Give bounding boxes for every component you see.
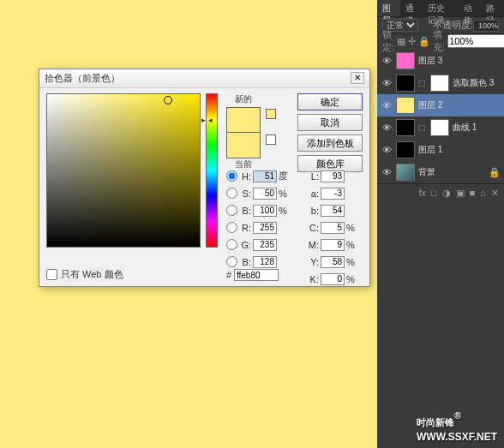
visibility-icon[interactable]: 👁	[381, 122, 393, 134]
lb-label: b:	[307, 206, 319, 216]
layer-name[interactable]: 图层 3	[418, 55, 501, 67]
h-radio[interactable]	[226, 170, 237, 182]
r-input[interactable]	[253, 222, 277, 234]
s-label: S:	[239, 188, 251, 199]
tab-actions[interactable]: 动作	[459, 0, 482, 16]
trash-icon[interactable]: ✕	[491, 188, 499, 199]
m-input[interactable]	[321, 239, 345, 251]
lock-all-icon[interactable]: 🔒	[418, 36, 430, 47]
new-color-label: 新的	[225, 93, 262, 105]
tab-layers[interactable]: 图层	[377, 0, 400, 16]
current-color-swatch[interactable]	[226, 133, 261, 158]
layer-thumb[interactable]	[396, 97, 415, 114]
layer-row[interactable]: 👁图层 1	[377, 139, 504, 161]
s-input[interactable]	[253, 188, 277, 200]
layer-thumb[interactable]	[396, 141, 415, 158]
tab-paths[interactable]: 路径	[481, 0, 504, 16]
cancel-button[interactable]: 取消	[297, 114, 363, 131]
b-label: B:	[239, 206, 251, 216]
layer-row[interactable]: 👁图层 2	[377, 94, 504, 116]
folder-icon[interactable]: ⌂	[480, 188, 486, 199]
bb-input[interactable]	[253, 256, 277, 268]
layer-thumb[interactable]	[396, 119, 415, 136]
c-label: C:	[307, 223, 319, 233]
h-label: H:	[239, 171, 251, 182]
h-input[interactable]	[253, 170, 277, 182]
tab-history[interactable]: 历史记录	[423, 0, 458, 16]
layer-row[interactable]: 👁⬚选取颜色 3	[377, 72, 504, 94]
hue-slider-thumb[interactable]: ▸ ◂	[201, 116, 222, 122]
l-input[interactable]	[321, 170, 345, 182]
new-color-swatch	[226, 107, 261, 133]
layers-panel: 图层 通道 历史记录 动作 路径 正常 不透明度: 锁定: ▦ ✢ 🔒 填充: …	[377, 0, 504, 448]
warning-swatch[interactable]	[266, 109, 276, 119]
fill-label: 填充:	[433, 28, 445, 54]
b-radio[interactable]	[226, 205, 237, 216]
lock-pixels-icon[interactable]: ▦	[397, 36, 405, 47]
visibility-icon[interactable]: 👁	[381, 99, 393, 111]
panel-tabs: 图层 通道 历史记录 动作 路径	[377, 0, 504, 17]
ok-button[interactable]: 确定	[297, 93, 363, 111]
group-icon[interactable]: ▣	[456, 188, 465, 199]
watermark: 时尚新锋® WWW.SSXF.NET	[417, 409, 497, 443]
g-label: G:	[239, 240, 251, 250]
visibility-icon[interactable]: 👁	[381, 77, 393, 89]
k-label: K:	[307, 274, 319, 284]
fx-icon[interactable]: fx	[418, 188, 426, 199]
y-input[interactable]	[321, 256, 345, 268]
lock-position-icon[interactable]: ✢	[408, 36, 416, 47]
layer-name[interactable]: 图层 2	[418, 99, 501, 111]
dialog-title: 拾色器（前景色）	[39, 69, 369, 88]
color-cursor[interactable]	[164, 96, 172, 105]
tab-channels[interactable]: 通道	[400, 0, 423, 16]
lock-icon: 🔒	[489, 167, 501, 178]
layer-mask-thumb[interactable]	[430, 119, 449, 136]
websafe-swatch[interactable]	[266, 134, 276, 145]
hex-prefix: #	[226, 270, 231, 280]
lock-label: 锁定:	[382, 28, 394, 54]
s-unit: %	[279, 188, 291, 199]
layer-name[interactable]: 背景	[418, 166, 485, 178]
l-label: L:	[307, 171, 319, 182]
layer-thumb[interactable]	[396, 164, 415, 181]
b-unit: %	[279, 206, 291, 216]
visibility-icon[interactable]: 👁	[381, 144, 393, 156]
web-only-label: 只有 Web 颜色	[61, 268, 123, 281]
web-only-checkbox[interactable]	[46, 269, 57, 280]
hex-input[interactable]	[234, 269, 279, 281]
layer-name[interactable]: 选取颜色 3	[453, 77, 501, 89]
layer-name[interactable]: 图层 1	[418, 144, 501, 156]
layer-thumb[interactable]	[396, 75, 415, 92]
s-radio[interactable]	[226, 188, 237, 199]
layer-thumb[interactable]	[396, 52, 415, 69]
layer-name[interactable]: 曲线 1	[453, 122, 501, 134]
y-label: Y:	[307, 257, 319, 267]
layer-row[interactable]: 👁⬚曲线 1	[377, 116, 504, 139]
bb-radio[interactable]	[226, 256, 237, 267]
adjustment-icon[interactable]: ◑	[442, 188, 451, 199]
lb-input[interactable]	[321, 205, 345, 217]
visibility-icon[interactable]: 👁	[381, 166, 393, 178]
bb-label: B:	[239, 257, 251, 267]
k-input[interactable]	[321, 273, 345, 285]
mask-icon[interactable]: □	[431, 188, 437, 199]
b-input[interactable]	[253, 205, 277, 217]
a-label: a:	[307, 188, 319, 199]
visibility-icon[interactable]: 👁	[381, 55, 393, 67]
m-label: M:	[307, 240, 319, 250]
a-input[interactable]	[321, 188, 345, 200]
r-radio[interactable]	[226, 222, 237, 233]
layer-mask-thumb[interactable]	[430, 75, 449, 92]
add-swatch-button[interactable]: 添加到色板	[297, 134, 363, 152]
g-radio[interactable]	[226, 239, 237, 250]
color-field[interactable]	[46, 93, 201, 248]
c-input[interactable]	[321, 222, 345, 234]
g-input[interactable]	[253, 239, 277, 251]
dialog-close-button[interactable]: ✕	[351, 72, 364, 84]
link-icon: ⬚	[418, 79, 427, 87]
opacity-input[interactable]	[473, 20, 499, 32]
fill-input[interactable]	[447, 34, 504, 48]
h-unit: 度	[279, 170, 291, 182]
new-layer-icon[interactable]: ■	[470, 188, 476, 199]
layer-row[interactable]: 👁背景🔒	[377, 161, 504, 183]
